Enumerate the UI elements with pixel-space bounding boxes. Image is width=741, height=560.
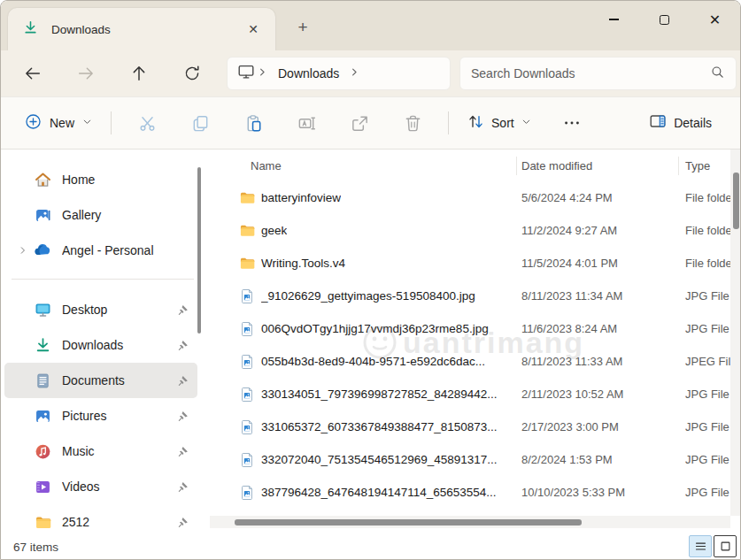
file-type: JPEG File [685, 355, 733, 368]
search-box[interactable]: Search Downloads [459, 57, 737, 90]
file-type: JPG File [685, 322, 733, 335]
file-type: JPG File [685, 420, 733, 433]
new-button-label: New [50, 116, 74, 130]
close-button[interactable]: ✕ [690, 1, 740, 38]
sidebar-item-angel-personal[interactable]: Angel - Personal [4, 233, 197, 268]
content-area: HomeGalleryAngel - PersonalDesktopDownlo… [1, 150, 740, 535]
this-pc-icon[interactable] [236, 62, 256, 85]
home-icon [33, 170, 52, 189]
sidebar-item-label: Downloads [62, 338, 173, 352]
cut-button[interactable] [129, 107, 165, 139]
sidebar-scrollbar-thumb[interactable] [197, 167, 201, 334]
copy-button[interactable] [182, 107, 218, 139]
column-separator[interactable] [678, 157, 679, 175]
up-button[interactable] [123, 58, 155, 89]
paste-button[interactable] [235, 107, 271, 139]
breadcrumb-chevron-icon[interactable] [256, 65, 269, 82]
sidebar-item-label: Desktop [62, 303, 173, 317]
file-name[interactable]: 331065372_6073367849388477_8150873... [261, 420, 498, 433]
sidebar-item-videos[interactable]: Videos [4, 469, 197, 504]
forward-arrow-icon [80, 68, 92, 78]
back-button[interactable] [17, 58, 49, 89]
horizontal-scrollbar-thumb[interactable] [235, 519, 582, 525]
file-name[interactable]: batteryinfoview [261, 191, 341, 204]
file-row[interactable]: 006QvdOTgy1hjjg17vvmdj36p23rme85.jpg11/6… [205, 312, 740, 345]
chevron-right-icon[interactable] [13, 244, 33, 257]
breadcrumb-chevron-icon[interactable] [348, 65, 361, 82]
delete-button[interactable] [395, 107, 430, 139]
sidebar-item-music[interactable]: Music [4, 433, 197, 469]
pin-icon [173, 409, 194, 423]
new-tab-button[interactable]: + [289, 15, 316, 40]
column-separator[interactable] [516, 157, 517, 175]
sidebar-item-home[interactable]: Home [4, 162, 197, 197]
scissors-icon [137, 113, 158, 134]
file-row[interactable]: 387796428_647648194147114_65653554...10/… [205, 476, 740, 509]
large-icons-view-button[interactable] [714, 535, 737, 557]
list-view-icon [694, 540, 707, 553]
column-header-name[interactable]: Name [251, 159, 282, 173]
file-name[interactable]: 387796428_647648194147114_65653554... [261, 486, 497, 499]
file-name[interactable]: 332072040_751354546512969_45891317... [261, 453, 498, 466]
details-button[interactable]: Details [639, 106, 721, 140]
file-name[interactable]: 006QvdOTgy1hjjg17vvmdj36p23rme85.jpg [261, 322, 489, 335]
rename-button[interactable] [289, 107, 324, 139]
file-row[interactable]: 331065372_6073367849388477_8150873...2/1… [205, 410, 740, 443]
list-view-button[interactable] [689, 535, 712, 557]
toolbar-separator [448, 111, 449, 134]
file-date-modified: 8/2/2024 1:53 PM [521, 453, 613, 466]
sidebar-item-documents[interactable]: Documents [4, 363, 197, 398]
forward-button[interactable] [70, 58, 102, 89]
file-explorer-window: Downloads ✕ + ✕ Down [0, 0, 741, 560]
pin-icon [173, 444, 194, 458]
maximize-button[interactable] [639, 1, 690, 38]
tab-downloads[interactable]: Downloads ✕ [8, 8, 275, 50]
file-name[interactable]: geek [261, 224, 287, 237]
see-more-button[interactable] [553, 108, 590, 138]
new-button[interactable]: New [15, 107, 102, 140]
file-name[interactable]: _91026629_gettyimages-519508400.jpg [261, 289, 475, 303]
jpg-file-icon [238, 386, 256, 403]
file-type: File folder [685, 257, 733, 270]
videos-icon [33, 477, 52, 496]
file-row[interactable]: _91026629_gettyimages-519508400.jpg8/11/… [205, 280, 740, 312]
tab-close-icon[interactable]: ✕ [242, 18, 265, 41]
file-name[interactable]: 330134051_797396998727852_84289442... [261, 387, 498, 401]
sidebar-separator [12, 279, 194, 280]
minimize-button[interactable] [589, 1, 639, 38]
sidebar-item-label: Pictures [62, 409, 173, 423]
toolbar-separator [111, 111, 112, 134]
sort-button[interactable]: Sort [458, 107, 541, 140]
file-date-modified: 8/11/2023 11:34 AM [521, 289, 622, 303]
sidebar-item-2512[interactable]: 2512 [4, 504, 197, 535]
vertical-scrollbar[interactable] [730, 150, 740, 516]
address-bar[interactable]: Downloads [227, 57, 451, 90]
file-row[interactable]: 055b4b3d-8ed9-404b-9571-e592dc6dac...8/1… [205, 345, 740, 378]
command-toolbar: New Sort [1, 96, 740, 150]
file-row[interactable]: geek11/2/2024 9:27 AMFile folder [205, 214, 740, 247]
gallery-icon [33, 205, 52, 225]
file-row[interactable]: Writing.Tools.v411/5/2024 4:01 PMFile fo… [205, 247, 740, 280]
file-name[interactable]: 055b4b3d-8ed9-404b-9571-e592dc6dac... [261, 355, 485, 368]
horizontal-scrollbar[interactable] [210, 516, 730, 528]
refresh-button[interactable] [176, 58, 208, 89]
sidebar-item-label: 2512 [62, 515, 173, 529]
search-icon[interactable] [710, 65, 725, 83]
sidebar-item-label: Angel - Personal [62, 243, 197, 257]
column-header-type[interactable]: Type [685, 159, 710, 173]
status-bar: 67 items [1, 535, 740, 560]
jpg-file-icon [238, 353, 256, 371]
sidebar-item-pictures[interactable]: Pictures [4, 398, 197, 433]
vertical-scrollbar-thumb[interactable] [733, 173, 739, 229]
file-row[interactable]: 330134051_797396998727852_84289442...2/1… [205, 378, 740, 410]
file-name[interactable]: Writing.Tools.v4 [261, 257, 345, 270]
sidebar-item-desktop[interactable]: Desktop [4, 292, 197, 327]
breadcrumb-segment[interactable]: Downloads [278, 66, 339, 81]
sidebar-item-downloads[interactable]: Downloads [4, 327, 197, 363]
column-header-date-modified[interactable]: Date modified [521, 159, 592, 173]
sidebar-item-gallery[interactable]: Gallery [4, 197, 197, 233]
share-button[interactable] [342, 107, 377, 139]
file-row[interactable]: batteryinfoview5/6/2024 4:24 PMFile fold… [205, 181, 740, 214]
file-type: JPG File [685, 486, 733, 499]
file-row[interactable]: 332072040_751354546512969_45891317...8/2… [205, 443, 740, 476]
